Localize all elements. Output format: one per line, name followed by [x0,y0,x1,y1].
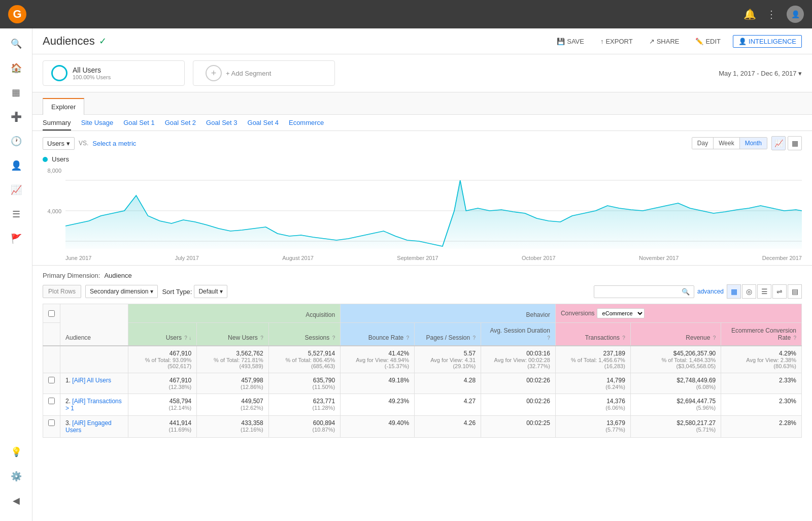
secondary-dimension-select[interactable]: Secondary dimension ▾ [85,285,158,298]
advanced-link[interactable]: advanced [697,288,724,295]
compare-view-button[interactable]: ⇌ [772,284,787,299]
metric-dropdown[interactable]: Users ▾ [43,137,75,150]
row1-checkbox[interactable] [43,373,60,394]
sessions-help-icon[interactable]: ? [332,335,335,341]
search-icon[interactable]: 🔍 [682,288,690,296]
sidebar-item-flag[interactable]: 🚩 [6,229,26,249]
month-button[interactable]: Month [740,138,767,149]
sidebar-item-bulb[interactable]: 💡 [6,442,26,462]
y-label-mid: 4,000 [43,208,61,214]
row2-audience-link[interactable]: [AiR] Transactions > 1 [65,398,122,412]
row3-revenue: $2,580,217.27 (5.71%) [630,416,721,438]
primary-dimension-row: Primary Dimension: Audience [43,272,802,279]
legend-dot [43,157,48,162]
select-metric-link[interactable]: Select a metric [92,140,136,147]
sub-tab-goal-set-3[interactable]: Goal Set 3 [206,119,237,131]
verified-icon: ✓ [99,36,107,47]
sort-arrow: ▾ [220,288,223,295]
pages-session-help-icon[interactable]: ? [473,335,476,341]
sub-tab-goal-set-1[interactable]: Goal Set 1 [123,119,154,131]
ecommerce-conv-help-icon[interactable]: ? [793,335,796,341]
time-controls: Day Week Month 📈 ▦ [692,136,802,150]
search-box: 🔍 [594,285,694,298]
vs-text: VS. [79,140,88,147]
x-label-september: September 2017 [397,255,438,261]
date-range-text: May 1, 2017 - Dec 6, 2017 ▾ [719,70,802,77]
save-button[interactable]: 💾 SAVE [553,36,588,47]
day-button[interactable]: Day [692,138,714,149]
edit-button[interactable]: ✏️ EDIT [691,36,725,47]
app-logo[interactable]: G [8,5,26,23]
more-options-icon[interactable]: ⋮ [766,8,776,20]
share-button[interactable]: ↗ SHARE [645,36,684,47]
sub-tab-goal-set-2[interactable]: Goal Set 2 [165,119,196,131]
row1-audience-link[interactable]: [AiR] All Users [72,377,111,384]
grid-view-button[interactable]: ▦ [727,284,741,299]
sidebar-item-chart[interactable]: 📈 [6,180,26,200]
sidebar-item-search[interactable]: 🔍 [6,34,26,54]
row3-transactions: 13,679 (5.77%) [555,416,630,438]
sub-tab-summary[interactable]: Summary [43,119,71,131]
chart-svg [65,165,802,251]
sidebar-item-settings[interactable]: ⚙️ [6,466,26,486]
notification-icon[interactable]: 🔔 [743,8,756,20]
bar-chart-button[interactable]: ▦ [788,136,802,150]
avg-session-help-icon[interactable]: ? [547,335,550,341]
week-button[interactable]: Week [714,138,739,149]
row1-avg-session: 00:02:26 [481,373,556,394]
users-sort-icon[interactable]: ↓ [189,335,191,341]
users-help-icon[interactable]: ? [184,335,187,341]
sidebar-item-add[interactable]: ➕ [6,107,26,127]
bounce-rate-help-icon[interactable]: ? [407,335,410,341]
plot-rows-button[interactable]: Plot Rows [43,285,81,298]
all-users-segment[interactable]: All Users 100.00% Users [43,60,185,86]
row3-checkbox[interactable] [43,416,60,438]
table-view-buttons: ▦ ◎ ☰ ⇌ ▤ [727,284,802,299]
sidebar-item-dashboard[interactable]: ▦ [6,82,26,103]
sidebar-item-home[interactable]: 🏠 [6,58,26,78]
totals-bounce-rate: 41.42% Avg for View: 48.94% (-15.37%) [341,346,415,373]
add-segment-button[interactable]: + + Add Segment [193,60,335,86]
pie-view-button[interactable]: ◎ [742,284,756,299]
row2-checkbox-input[interactable] [48,398,55,404]
row3-checkbox-input[interactable] [48,419,55,426]
line-chart-button[interactable]: 📈 [771,136,786,150]
intelligence-icon: 👤 [738,38,747,45]
avatar[interactable]: 👤 [787,6,804,23]
row1-rank: 1. [65,377,71,384]
segment-label: All Users [73,66,111,74]
totals-avg-session: 00:03:16 Avg for View: 00:02:28 (32.77%) [481,346,556,373]
totals-checkbox-cell [43,346,60,373]
date-range-picker[interactable]: May 1, 2017 - Dec 6, 2017 ▾ [719,70,802,77]
sort-type-select[interactable]: Default ▾ [194,285,227,298]
segment-circle [51,65,67,81]
sidebar-item-collapse[interactable]: ◀ [6,491,26,511]
revenue-help-icon[interactable]: ? [713,335,716,341]
share-icon: ↗ [649,38,655,45]
bar-view-button[interactable]: ☰ [757,284,771,299]
new-users-help-icon[interactable]: ? [260,335,263,341]
sub-tab-ecommerce[interactable]: Ecommerce [289,119,324,131]
sidebar-item-list[interactable]: ☰ [6,204,26,224]
row2-transactions: 14,376 (6.06%) [555,394,630,416]
nav-right: 🔔 ⋮ 👤 [743,6,804,23]
row1-checkbox-input[interactable] [48,377,55,383]
chart-svg-container: June 2017 July 2017 August 2017 Septembe… [65,165,802,261]
select-all-checkbox[interactable] [48,310,55,317]
search-input[interactable] [598,288,680,295]
sub-tab-site-usage[interactable]: Site Usage [81,119,114,131]
row2-checkbox[interactable] [43,394,60,416]
ecommerce-select[interactable]: eCommerce [597,308,645,318]
export-button[interactable]: ↑ EXPORT [596,36,637,47]
intelligence-button[interactable]: 👤 INTELLIGENCE [733,35,802,48]
transactions-help-icon[interactable]: ? [622,335,625,341]
explorer-tab[interactable]: Explorer [43,98,84,115]
pivot-view-button[interactable]: ▤ [788,284,802,299]
sidebar-item-clock[interactable]: 🕐 [6,131,26,151]
sidebar-item-person[interactable]: 👤 [6,155,26,176]
sidebar-bottom: 💡 ⚙️ ◀ [6,442,26,516]
row3-audience-link[interactable]: [AiR] Engaged Users [65,419,112,434]
segment-sub: 100.00% Users [73,74,111,80]
row1-bounce-rate: 49.18% [341,373,415,394]
sub-tab-goal-set-4[interactable]: Goal Set 4 [248,119,279,131]
